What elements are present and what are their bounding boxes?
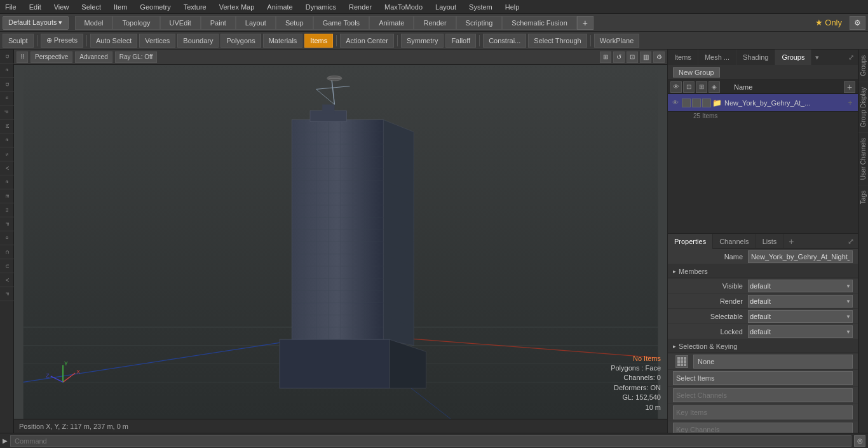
key-channels-button[interactable]: Key Channels [673, 423, 853, 433]
tab-layout[interactable]: Layout [236, 16, 276, 30]
sidebar-item-18[interactable]: F [0, 287, 14, 301]
tab-game-tools[interactable]: Game Tools [313, 16, 370, 30]
sidebar-item-14[interactable]: o [0, 231, 14, 245]
rpanel-tab-groups[interactable]: Groups [775, 50, 811, 65]
tab-scripting[interactable]: Scripting [456, 16, 503, 30]
sidebar-item-12[interactable]: m [0, 203, 14, 217]
right-vtab-user-channels[interactable]: User Channels [858, 132, 868, 185]
key-items-button[interactable]: Key Items [673, 405, 853, 419]
right-vtab-group-display[interactable]: Group Display [858, 81, 868, 132]
viewport-perspective-btn[interactable]: Perspective [31, 51, 72, 63]
none-button[interactable]: None [693, 355, 853, 369]
locked-select[interactable]: default [748, 325, 853, 338]
menu-edit[interactable]: Edit [27, 2, 44, 12]
viewport-settings-btn[interactable]: ⚙ [653, 51, 665, 63]
viewport-ray-gl-btn[interactable]: Ray GL: Off [115, 51, 158, 63]
tab-uvedit[interactable]: UVEdit [160, 16, 201, 30]
sidebar-item-9[interactable]: V [0, 161, 14, 175]
menu-vertex-map[interactable]: Vertex Map [217, 2, 257, 12]
viewport-fit-btn[interactable]: ⊞ [600, 51, 611, 63]
menu-view[interactable]: View [51, 2, 72, 12]
menu-select[interactable]: Select [79, 2, 104, 12]
gear-button[interactable]: ⚙ [850, 16, 865, 30]
tab-add-button[interactable]: + [577, 16, 593, 30]
sidebar-item-2[interactable]: e [0, 64, 14, 78]
new-group-button[interactable]: New Group [673, 67, 720, 78]
sidebar-item-7[interactable]: e [0, 133, 14, 147]
right-vtab-groups[interactable]: Groups [858, 50, 868, 81]
menu-texture[interactable]: Texture [181, 2, 209, 12]
presets-button[interactable]: ⊕ Presets [41, 34, 83, 48]
select-channels-button[interactable]: Select Channels [673, 388, 853, 402]
vertices-button[interactable]: Vertices [139, 34, 175, 48]
rpanel-tab-shading[interactable]: Shading [736, 50, 775, 65]
layout-selector[interactable]: Default Layouts ▾ [3, 16, 69, 30]
tab-setup[interactable]: Setup [276, 16, 313, 30]
menu-file[interactable]: File [3, 2, 19, 12]
tab-animate[interactable]: Animate [369, 16, 414, 30]
boundary-button[interactable]: Boundary [177, 34, 219, 48]
props-expand-btn[interactable]: ⤢ [844, 236, 858, 247]
menu-maxtomodo[interactable]: MaxToModo [382, 2, 425, 12]
sidebar-item-13[interactable]: P [0, 217, 14, 231]
rpanel-tab-dropdown[interactable]: ▾ [813, 52, 822, 63]
selectable-select[interactable]: default [748, 310, 853, 323]
sidebar-item-4[interactable]: u [0, 92, 14, 105]
sidebar-item-10[interactable]: e [0, 175, 14, 189]
materials-button[interactable]: Materials [263, 34, 303, 48]
sidebar-item-11[interactable]: E [0, 189, 14, 203]
falloff-button[interactable]: Falloff [445, 34, 476, 48]
sidebar-item-1[interactable]: D [0, 50, 14, 64]
auto-select-button[interactable]: Auto Select [90, 34, 137, 48]
render-select[interactable]: default [748, 295, 853, 308]
tab-paint[interactable]: Paint [201, 16, 236, 30]
menu-help[interactable]: Help [503, 2, 522, 12]
props-tab-properties[interactable]: Properties [668, 234, 713, 249]
sidebar-item-15[interactable]: C [0, 245, 14, 259]
props-tab-lists[interactable]: Lists [756, 234, 784, 249]
rpanel-expand-btn[interactable]: ⤢ [844, 52, 858, 63]
rpanel-tab-mesh[interactable]: Mesh ... [698, 50, 736, 65]
members-section[interactable]: Members [668, 264, 858, 278]
sidebar-item-16[interactable]: U [0, 259, 14, 273]
tab-schematic-fusion[interactable]: Schematic Fusion [502, 16, 576, 30]
star-only-button[interactable]: ★ Only [811, 17, 846, 29]
menu-layout[interactable]: Layout [433, 2, 459, 12]
sidebar-item-17[interactable]: V [0, 273, 14, 287]
group-list-render-btn[interactable]: ◈ [709, 81, 720, 93]
props-tab-plus[interactable]: + [783, 235, 799, 248]
command-icon-btn[interactable]: ◎ [854, 435, 865, 447]
name-input[interactable] [748, 250, 853, 263]
sidebar-item-5[interactable]: p [0, 105, 14, 119]
menu-animate[interactable]: Animate [264, 2, 295, 12]
polygons-button[interactable]: Polygons [220, 34, 261, 48]
menu-geometry[interactable]: Geometry [137, 2, 173, 12]
menu-system[interactable]: System [466, 2, 495, 12]
viewport-lock-btn[interactable]: ⊡ [627, 51, 638, 63]
visible-select[interactable]: default [748, 280, 853, 292]
group-list-item[interactable]: 👁 📁 New_York_by_Gehry_At_... + [668, 94, 858, 112]
group-list-icon-btn[interactable]: ⊞ [696, 81, 707, 93]
viewport-reset-btn[interactable]: ↺ [613, 51, 625, 63]
tab-render[interactable]: Render [414, 16, 456, 30]
constraints-button[interactable]: Constrai... [483, 34, 526, 48]
command-input[interactable] [10, 435, 851, 447]
group-list-add-btn[interactable]: + [844, 81, 855, 93]
menu-dynamics[interactable]: Dynamics [303, 2, 339, 12]
sidebar-item-8[interactable]: s [0, 147, 14, 161]
symmetry-button[interactable]: Symmetry [401, 34, 444, 48]
menu-render[interactable]: Render [346, 2, 374, 12]
tab-topology[interactable]: Topology [112, 16, 159, 30]
viewport-advanced-btn[interactable]: Advanced [75, 51, 112, 63]
viewport-drag-handle[interactable]: ⠿ [17, 51, 28, 63]
sculpt-button[interactable]: Sculpt [3, 34, 34, 48]
rpanel-tab-items[interactable]: Items [668, 50, 698, 65]
menu-item[interactable]: Item [111, 2, 130, 12]
selection-keying-section[interactable]: Selection & Keying [668, 339, 858, 353]
select-through-button[interactable]: Select Through [528, 34, 587, 48]
gli-plus-btn[interactable]: + [845, 98, 855, 108]
tab-model[interactable]: Model [75, 16, 113, 30]
right-vtab-tags[interactable]: Tags [858, 185, 868, 209]
workplane-button[interactable]: WorkPlane [594, 34, 640, 48]
viewport-canvas[interactable]: X Y Z No Items Polygons : Face Channels:… [14, 65, 667, 419]
